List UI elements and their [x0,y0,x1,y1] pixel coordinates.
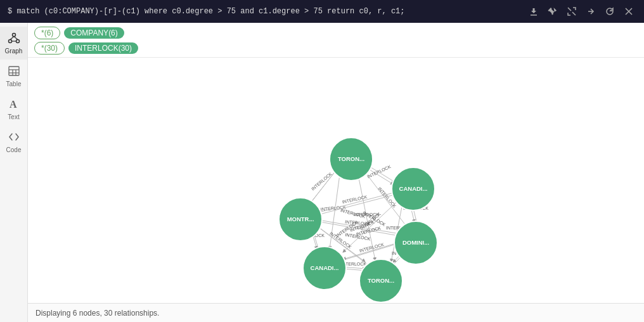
download-button[interactable] [526,5,541,18]
graph-svg: INTERLOCK INTERLOCK INTERLOCK INTERLOCK … [28,58,644,303]
query-text: $ match (c0:COMPANY)-[r]-(c1) where c0.d… [8,7,526,16]
interlock-type-tag[interactable]: INTERLOCK(30) [68,42,138,54]
text-label: Text [8,113,19,120]
pin-button[interactable] [545,5,560,18]
svg-point-1 [8,40,11,43]
svg-rect-6 [9,67,19,75]
table-label: Table [6,80,22,87]
main-area: Graph Table A Text [0,23,644,322]
company-type-tag[interactable]: COMPANY(6) [64,27,124,39]
graph-label: Graph [5,48,23,55]
table-icon [8,65,20,79]
node-montr[interactable] [279,198,322,241]
query-actions [526,5,636,18]
node-domin[interactable] [394,221,437,264]
node-canadi1[interactable] [392,167,435,210]
sidebar-item-code[interactable]: Code [0,126,27,158]
text-icon: A [8,98,20,112]
rel-count-tag[interactable]: *(30) [34,42,65,55]
sidebar-item-table[interactable]: Table [0,60,27,93]
filter-row-relations: *(30) INTERLOCK(30) [34,42,638,55]
filter-row-nodes: *(6) COMPANY(6) [34,27,638,39]
close-button[interactable] [621,5,636,18]
code-icon [8,131,20,145]
status-bar: Displaying 6 nodes, 30 relationships. [28,303,644,322]
code-label: Code [6,146,22,153]
graph-icon [8,32,20,46]
expand-button[interactable] [564,5,579,18]
sidebar: Graph Table A Text [0,23,28,322]
query-bar: $ match (c0:COMPANY)-[r]-(c1) where c0.d… [0,0,644,23]
svg-point-0 [12,34,15,37]
node-canadi2[interactable] [303,247,346,290]
node-toron2[interactable] [359,259,402,302]
svg-point-2 [16,40,19,43]
content-area: *(6) COMPANY(6) *(30) INTERLOCK(30) [28,23,644,322]
status-text: Displaying 6 nodes, 30 relationships. [35,309,159,318]
svg-line-3 [10,37,14,40]
sidebar-item-graph[interactable]: Graph [0,27,27,60]
node-count-tag[interactable]: *(6) [34,27,60,39]
graph-canvas[interactable]: INTERLOCK INTERLOCK INTERLOCK INTERLOCK … [28,58,644,303]
svg-line-24 [316,193,394,213]
svg-text:A: A [10,99,17,110]
svg-line-4 [14,37,18,40]
node-toron1[interactable] [330,138,373,181]
filters-bar: *(6) COMPANY(6) *(30) INTERLOCK(30) [28,23,644,58]
sidebar-item-text[interactable]: A Text [0,93,27,126]
collapse-button[interactable] [583,5,598,18]
refresh-button[interactable] [602,5,617,18]
